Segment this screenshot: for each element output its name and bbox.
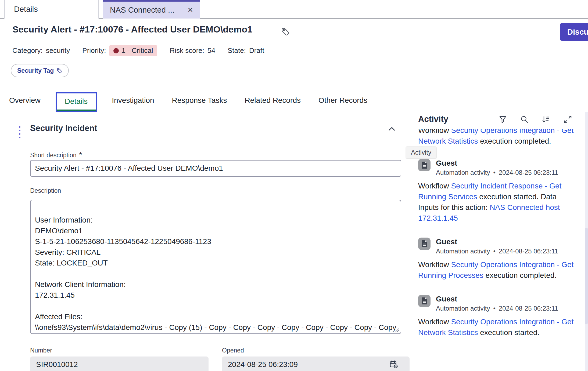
description-label: Description	[30, 187, 61, 194]
activity-text: execution completed.	[483, 271, 557, 279]
priority-field: Priority: 1 - Critical	[82, 45, 157, 56]
record-tabs: Overview Details Investigation Response …	[0, 89, 588, 112]
activity-meta: Automation activity•2024-08-25 06:23:11	[436, 169, 558, 176]
activity-entry: GuestAutomation activity•2024-08-25 06:2…	[418, 295, 578, 338]
bullet-separator: •	[493, 248, 495, 255]
short-description-input[interactable]	[30, 160, 401, 177]
tab-related-records[interactable]: Related Records	[243, 92, 302, 112]
tab-response-tasks[interactable]: Response Tasks	[170, 92, 229, 112]
activity-entry-body: Workflow Security Operations Integration…	[418, 259, 578, 281]
tab-overview[interactable]: Overview	[8, 92, 42, 112]
activity-type: Automation activity	[436, 305, 490, 312]
filter-icon[interactable]	[497, 114, 508, 125]
opened-field[interactable]	[222, 357, 410, 371]
activity-entry: GuestAutomation activity•2024-08-25 06:2…	[418, 159, 578, 224]
activity-entry: GuestAutomation activity•2024-08-25 06:2…	[418, 238, 578, 281]
document-icon	[421, 240, 428, 248]
number-field[interactable]	[30, 357, 209, 371]
activity-tooltip: Activity	[406, 147, 436, 158]
activity-meta: Automation activity•2024-08-25 06:23:11	[436, 248, 558, 255]
page-title: Security Alert - #17:10076 - Affected Us…	[12, 24, 252, 35]
priority-value: 1 - Critical	[121, 46, 153, 55]
activity-text: execution completed.	[478, 137, 551, 145]
bullet-separator: •	[493, 305, 495, 312]
activity-timestamp: 2024-08-25 06:23:11	[499, 305, 558, 312]
activity-meta: Automation activity•2024-08-25 06:23:11	[436, 305, 558, 312]
security-incident-page: Details NAS Connected ... ✕ Security Ale…	[0, 0, 588, 371]
activity-type: Automation activity	[436, 169, 490, 176]
avatar	[418, 238, 431, 250]
tag-icon[interactable]	[281, 27, 290, 36]
workspace-tab-label: NAS Connected ...	[110, 6, 174, 14]
activity-author: Guest	[436, 238, 558, 246]
drag-handle-icon[interactable]	[19, 126, 20, 138]
state-value: Draft	[249, 46, 264, 55]
activity-text: Workflow	[418, 182, 451, 190]
category-label: Category:	[12, 46, 43, 55]
category-field: Category: security	[12, 46, 70, 55]
workspace-tab-details[interactable]: Details	[4, 0, 99, 19]
activity-timestamp: 2024-08-25 06:23:11	[499, 169, 558, 176]
activity-text: Workflow	[418, 318, 451, 326]
activity-author: Guest	[436, 159, 558, 168]
activity-entry-body: Workflow Security Operations Integration…	[418, 317, 578, 338]
tab-other-records[interactable]: Other Records	[317, 92, 369, 112]
activity-author: Guest	[436, 295, 558, 303]
risk-score-value: 54	[207, 46, 215, 55]
category-value: security	[46, 46, 70, 55]
scrollbar-thumb[interactable]	[585, 228, 588, 324]
close-icon[interactable]: ✕	[187, 6, 193, 14]
description-textarea[interactable]: User Information: DEMO\demo1 S-1-5-21-10…	[30, 200, 401, 334]
activity-scrollbar[interactable]	[585, 112, 588, 371]
required-marker: *	[79, 151, 82, 159]
risk-score-label: Risk score:	[170, 46, 204, 55]
tab-investigation[interactable]: Investigation	[110, 92, 156, 112]
priority-badge: 1 - Critical	[109, 45, 157, 56]
expand-icon[interactable]	[562, 114, 573, 125]
document-icon	[421, 297, 428, 305]
avatar	[418, 295, 431, 307]
workspace-tab-nas-connected[interactable]: NAS Connected ... ✕	[103, 0, 200, 19]
activity-entry-clipped: Workflow Security Operations Integration…	[418, 129, 578, 147]
document-icon	[421, 161, 428, 169]
risk-score-field: Risk score: 54	[170, 46, 215, 55]
state-field: State: Draft	[228, 46, 264, 55]
workspace-tabstrip: Details NAS Connected ... ✕	[0, 0, 588, 19]
section-title: Security Incident	[30, 123, 97, 133]
priority-dot-icon	[113, 48, 119, 53]
tab-details[interactable]: Details	[57, 93, 96, 111]
opened-label: Opened	[222, 347, 244, 354]
priority-label: Priority:	[82, 46, 106, 55]
activity-type: Automation activity	[436, 248, 490, 255]
activity-entry-body: Workflow Security Incident Response - Ge…	[418, 181, 578, 224]
activity-text: Workflow	[418, 260, 451, 269]
record-meta-row: Category: security Priority: 1 - Critica…	[12, 45, 264, 56]
sort-icon[interactable]	[540, 114, 551, 125]
activity-timestamp: 2024-08-25 06:23:11	[499, 248, 558, 255]
security-tag-pill[interactable]: Security Tag	[11, 64, 69, 77]
calendar-clock-icon[interactable]	[389, 360, 398, 369]
bullet-separator: •	[493, 169, 495, 176]
short-description-label: Short description*	[30, 151, 82, 159]
search-icon[interactable]	[519, 114, 530, 125]
activity-text: execution started.	[478, 328, 540, 337]
tag-icon	[56, 68, 62, 74]
activity-stream[interactable]: Workflow Security Operations Integration…	[418, 129, 578, 371]
number-label: Number	[30, 347, 52, 354]
workspace-tab-label: Details	[14, 5, 38, 14]
activity-panel-title: Activity	[418, 114, 448, 124]
avatar	[418, 159, 431, 171]
activity-text: Workflow	[418, 129, 451, 134]
state-label: State:	[228, 46, 246, 55]
resize-grip-icon[interactable]	[393, 326, 400, 333]
chevron-up-icon[interactable]	[388, 126, 396, 132]
security-tag-label: Security Tag	[17, 67, 54, 74]
discuss-button[interactable]: Discuss	[560, 23, 588, 41]
